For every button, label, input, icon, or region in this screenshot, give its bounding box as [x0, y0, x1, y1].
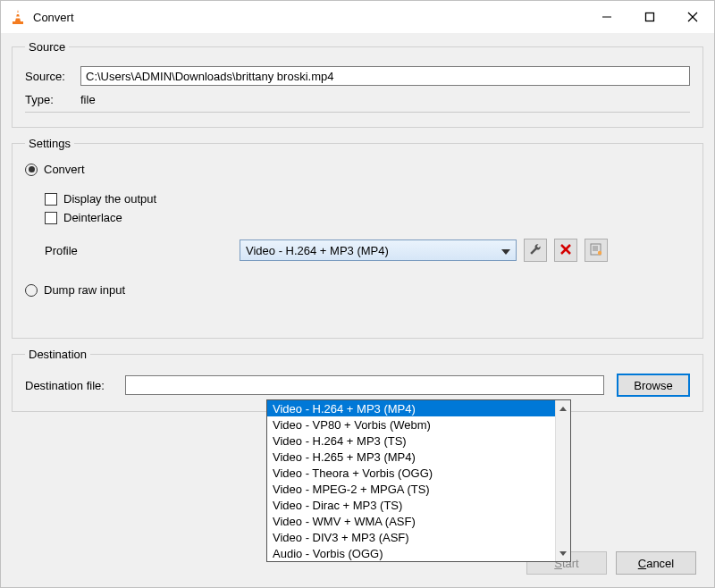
radio-indicator-icon	[25, 164, 38, 176]
browse-label: Browse	[634, 379, 672, 392]
convert-radio[interactable]: Convert	[25, 163, 690, 176]
dropdown-scrollbar[interactable]	[555, 400, 570, 561]
source-input[interactable]	[80, 66, 690, 86]
svg-rect-5	[646, 13, 654, 21]
profile-option[interactable]: Video - H.264 + MP3 (TS)	[267, 433, 555, 449]
profile-option[interactable]: Video - WMV + WMA (ASF)	[267, 513, 555, 529]
dump-raw-label: Dump raw input	[44, 283, 125, 297]
convert-dialog: Convert Source Source: Type: file	[0, 0, 715, 588]
window-controls	[585, 1, 714, 33]
divider	[25, 112, 690, 113]
maximize-button[interactable]	[628, 1, 671, 33]
settings-group: Settings Convert Display the output Dein…	[12, 137, 703, 339]
checkbox-indicator-icon	[45, 193, 57, 206]
profile-option[interactable]: Audio - Vorbis (OGG)	[267, 545, 555, 561]
display-output-label: Display the output	[63, 192, 156, 206]
svg-marker-8	[501, 249, 510, 255]
new-profile-button[interactable]	[585, 239, 608, 262]
new-profile-icon	[590, 243, 602, 258]
scroll-up-icon[interactable]	[556, 400, 570, 416]
svg-rect-1	[16, 13, 20, 14]
chevron-down-icon	[501, 244, 510, 257]
settings-legend: Settings	[25, 137, 74, 150]
profile-option[interactable]: Video - DIV3 + MP3 (ASF)	[267, 529, 555, 545]
profile-combobox[interactable]: Video - H.264 + MP3 (MP4)	[240, 239, 517, 261]
deinterlace-label: Deinterlace	[63, 211, 122, 224]
profile-dropdown-list: Video - H.264 + MP3 (MP4)Video - VP80 + …	[266, 399, 571, 562]
dump-raw-radio[interactable]: Dump raw input	[25, 283, 690, 297]
profile-option[interactable]: Video - VP80 + Vorbis (Webm)	[267, 416, 555, 433]
profile-option[interactable]: Video - H.265 + MP3 (MP4)	[267, 449, 555, 465]
checkbox-indicator-icon	[45, 212, 57, 224]
profile-option[interactable]: Video - Theora + Vorbis (OGG)	[267, 465, 555, 481]
source-legend: Source	[25, 40, 69, 54]
svg-rect-3	[13, 21, 23, 24]
type-value: file	[80, 93, 96, 106]
source-group: Source Source: Type: file	[12, 40, 703, 128]
delete-profile-button[interactable]	[554, 239, 577, 262]
profile-label: Profile	[25, 244, 240, 257]
svg-rect-2	[15, 17, 20, 19]
type-label: Type:	[25, 93, 80, 106]
deinterlace-checkbox[interactable]: Deinterlace	[45, 211, 690, 224]
svg-marker-16	[559, 407, 567, 411]
convert-radio-label: Convert	[44, 163, 85, 176]
profile-option[interactable]: Video - H.264 + MP3 (MP4)	[267, 400, 555, 416]
cancel-button[interactable]: Cancel	[616, 551, 696, 575]
client-area: Source Source: Type: file Settings Conve…	[1, 33, 714, 587]
source-label: Source:	[25, 70, 80, 83]
profile-selected-value: Video - H.264 + MP3 (MP4)	[246, 244, 389, 257]
close-button[interactable]	[671, 1, 714, 33]
svg-point-15	[598, 250, 601, 254]
vlc-cone-icon	[10, 9, 26, 25]
titlebar[interactable]: Convert	[1, 1, 714, 33]
minimize-button[interactable]	[585, 1, 628, 33]
svg-marker-17	[559, 551, 567, 556]
delete-x-icon	[560, 244, 571, 257]
cancel-label: Cancel	[638, 557, 674, 570]
destination-file-input[interactable]	[125, 375, 604, 395]
radio-indicator-icon	[25, 284, 38, 297]
window-title: Convert	[33, 11, 585, 24]
destination-file-label: Destination file:	[25, 379, 125, 392]
svg-marker-0	[15, 10, 21, 21]
destination-legend: Destination	[25, 348, 90, 361]
edit-profile-button[interactable]	[524, 239, 547, 262]
wrench-icon	[529, 243, 542, 258]
profile-option[interactable]: Video - MPEG-2 + MPGA (TS)	[267, 481, 555, 497]
display-output-checkbox[interactable]: Display the output	[45, 192, 690, 206]
browse-button[interactable]: Browse	[617, 374, 690, 397]
profile-option[interactable]: Video - Dirac + MP3 (TS)	[267, 497, 555, 513]
scroll-down-icon[interactable]	[556, 545, 570, 561]
